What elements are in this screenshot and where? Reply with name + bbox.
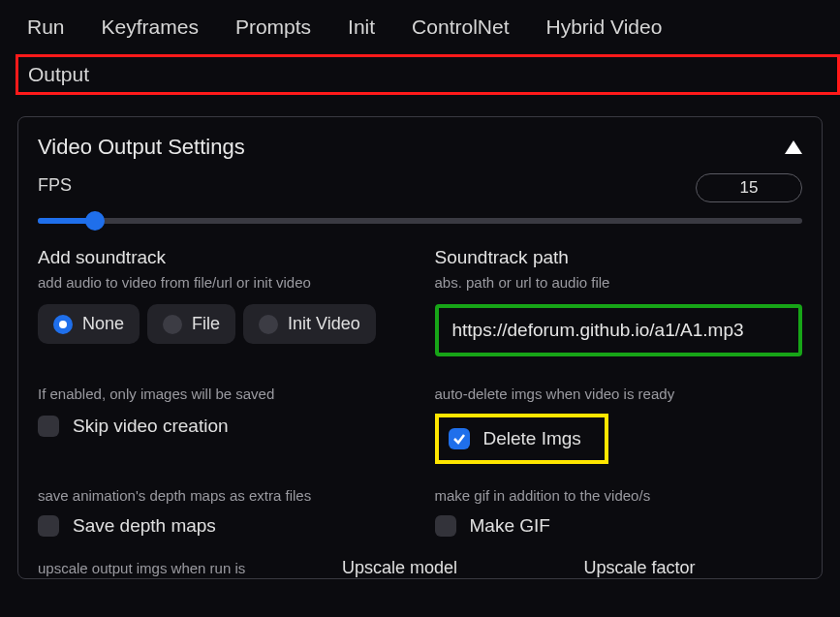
fps-label: FPS [38,175,680,196]
svg-marker-0 [785,140,802,154]
fps-value[interactable]: 15 [696,173,802,202]
tab-prompts[interactable]: Prompts [235,12,311,43]
skip-video-note: If enabled, only images will be saved [38,386,406,402]
tab-output[interactable]: Output [16,54,840,95]
checkbox-label: Skip video creation [73,416,229,437]
add-soundtrack-subtitle: add audio to video from file/url or init… [38,274,406,291]
fps-slider[interactable] [38,218,802,224]
collapse-icon[interactable] [785,140,802,154]
checkbox-icon [38,416,59,437]
skip-video-creation-checkbox[interactable]: Skip video creation [38,416,406,437]
radio-icon [259,315,278,334]
upscale-note: upscale output imgs when run is [38,558,319,578]
make-gif-note: make gif in addition to the video/s [435,487,803,504]
tab-controlnet[interactable]: ControlNet [412,12,509,43]
soundtrack-option-init-video[interactable]: Init Video [243,304,376,344]
tab-keyframes[interactable]: Keyframes [102,12,199,43]
make-gif-checkbox[interactable]: Make GIF [435,515,803,537]
soundtrack-path-subtitle: abs. path or url to audio file [435,274,803,291]
tab-run[interactable]: Run [27,12,65,43]
upscale-model-label: Upscale model [342,558,561,578]
checkbox-label: Delete Imgs [483,428,581,449]
checkbox-label: Make GIF [470,515,550,537]
checkbox-icon [449,428,470,449]
delete-imgs-highlight: Delete Imgs [435,414,608,464]
tab-hybrid-video[interactable]: Hybrid Video [546,12,663,43]
tab-bar: Run Keyframes Prompts Init ControlNet Hy… [0,0,840,43]
upscale-factor-label: Upscale factor [584,558,803,578]
depth-maps-note: save animation's depth maps as extra fil… [38,487,406,504]
soundtrack-radio-group: None File Init Video [38,304,406,344]
checkbox-icon [38,515,59,537]
checkbox-icon [435,515,456,537]
save-depth-maps-checkbox[interactable]: Save depth maps [38,515,406,537]
radio-icon [53,315,73,334]
fps-slider-thumb[interactable] [85,211,105,231]
soundtrack-path-title: Soundtrack path [435,247,803,268]
soundtrack-option-none[interactable]: None [38,304,140,344]
radio-label: File [192,314,220,334]
soundtrack-option-file[interactable]: File [147,304,235,344]
radio-label: None [82,314,124,334]
video-output-settings-panel: Video Output Settings FPS 15 Add soundtr… [17,116,823,579]
radio-icon [163,315,182,334]
soundtrack-path-input[interactable] [435,304,803,356]
delete-imgs-note: auto-delete imgs when video is ready [435,386,803,402]
radio-label: Init Video [288,314,360,334]
panel-title: Video Output Settings [38,135,245,160]
tab-init[interactable]: Init [348,12,375,43]
delete-imgs-checkbox[interactable]: Delete Imgs [449,428,581,449]
checkbox-label: Save depth maps [73,515,216,537]
add-soundtrack-title: Add soundtrack [38,247,406,268]
